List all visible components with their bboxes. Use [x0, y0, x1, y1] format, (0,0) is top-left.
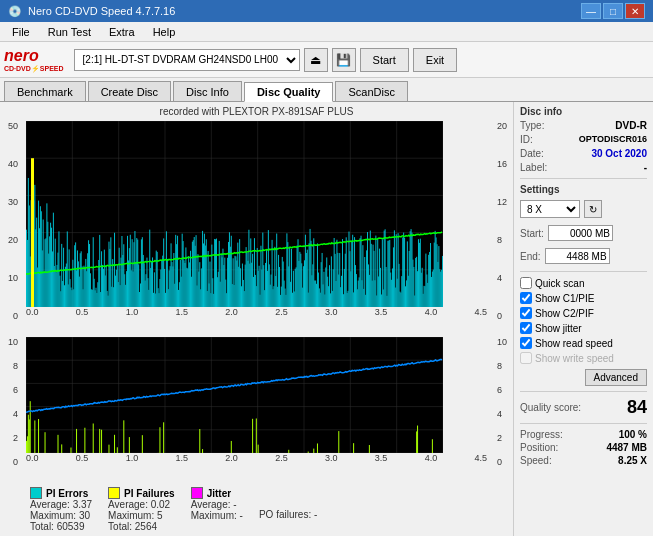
show-c2-pif-checkbox[interactable] — [520, 307, 532, 319]
disc-id-row: ID: OPTODISCR016 — [520, 134, 647, 145]
tab-benchmark[interactable]: Benchmark — [4, 81, 86, 101]
show-c1-pie-row: Show C1/PIE — [520, 292, 647, 304]
menu-extra[interactable]: Extra — [101, 25, 143, 39]
progress-value: 100 % — [619, 429, 647, 440]
legend-jitter: Jitter Average: - Maximum: - — [191, 487, 243, 521]
disc-label-row: Label: - — [520, 162, 647, 173]
show-c1-pie-checkbox[interactable] — [520, 292, 532, 304]
refresh-button[interactable]: ↻ — [584, 200, 602, 218]
pi-errors-average: Average: 3.37 — [30, 499, 92, 510]
show-jitter-row: Show jitter — [520, 322, 647, 334]
show-read-speed-row: Show read speed — [520, 337, 647, 349]
position-label: Position: — [520, 442, 558, 453]
pi-failures-color — [108, 487, 120, 499]
quality-score-value: 84 — [627, 397, 647, 418]
bottom-chart-x-labels: 0.0 0.5 1.0 1.5 2.0 2.5 3.0 3.5 4.0 4.5 — [26, 453, 487, 463]
tab-disc-quality[interactable]: Disc Quality — [244, 82, 334, 102]
quick-scan-label: Quick scan — [535, 278, 584, 289]
disc-label-value: - — [644, 162, 647, 173]
quality-score-row: Quality score: 84 — [520, 397, 647, 418]
toolbar: nero CD·DVD⚡SPEED [2:1] HL-DT-ST DVDRAM … — [0, 42, 653, 78]
start-button[interactable]: Start — [360, 48, 409, 72]
end-setting-row: End: — [520, 248, 647, 264]
pi-failures-label: PI Failures — [124, 488, 175, 499]
menu-file[interactable]: File — [4, 25, 38, 39]
start-label: Start: — [520, 228, 544, 239]
disc-type-label: Type: — [520, 120, 544, 131]
divider-1 — [520, 178, 647, 179]
progress-row: Progress: 100 % — [520, 429, 647, 440]
start-setting-row: Start: — [520, 225, 647, 241]
jitter-maximum: Maximum: - — [191, 510, 243, 521]
show-jitter-checkbox[interactable] — [520, 322, 532, 334]
drive-selector[interactable]: [2:1] HL-DT-ST DVDRAM GH24NSD0 LH00 — [74, 49, 300, 71]
exit-button[interactable]: Exit — [413, 48, 457, 72]
sidebar: Disc info Type: DVD-R ID: OPTODISCR016 D… — [513, 102, 653, 536]
show-write-speed-checkbox[interactable] — [520, 352, 532, 364]
disc-date-label: Date: — [520, 148, 544, 159]
tab-bar: Benchmark Create Disc Disc Info Disc Qua… — [0, 78, 653, 102]
legend-pi-failures: PI Failures Average: 0.02 Maximum: 5 Tot… — [108, 487, 175, 532]
nero-logo-text: nero — [4, 47, 39, 65]
main-content: recorded with PLEXTOR PX-891SAF PLUS 50 … — [0, 102, 653, 536]
show-write-speed-row: Show write speed — [520, 352, 647, 364]
speed-value: 8.25 X — [618, 455, 647, 466]
advanced-button[interactable]: Advanced — [585, 369, 647, 386]
tab-create-disc[interactable]: Create Disc — [88, 81, 171, 101]
show-read-speed-label: Show read speed — [535, 338, 613, 349]
pi-errors-total: Total: 60539 — [30, 521, 92, 532]
disc-type-row: Type: DVD-R — [520, 120, 647, 131]
eject-button[interactable]: ⏏ — [304, 48, 328, 72]
jitter-color — [191, 487, 203, 499]
close-button[interactable]: ✕ — [625, 3, 645, 19]
show-c2-pif-row: Show C2/PIF — [520, 307, 647, 319]
app-title: Nero CD-DVD Speed 4.7.7.16 — [28, 5, 175, 17]
pi-errors-color — [30, 487, 42, 499]
save-button[interactable]: 💾 — [332, 48, 356, 72]
legend-po-failures: PO failures: - — [259, 509, 317, 520]
show-c2-pif-label: Show C2/PIF — [535, 308, 594, 319]
disc-info-title: Disc info — [520, 106, 647, 117]
speed-setting-row: 8 X ↻ — [520, 200, 647, 218]
disc-type-value: DVD-R — [615, 120, 647, 131]
progress-section: Progress: 100 % Position: 4487 MB Speed:… — [520, 429, 647, 466]
speed-row: Speed: 8.25 X — [520, 455, 647, 466]
quality-score-label: Quality score: — [520, 402, 581, 413]
divider-4 — [520, 423, 647, 424]
divider-3 — [520, 391, 647, 392]
pi-failures-maximum: Maximum: 5 — [108, 510, 175, 521]
speed-label: Speed: — [520, 455, 552, 466]
legend-pi-errors: PI Errors Average: 3.37 Maximum: 30 Tota… — [30, 487, 92, 532]
progress-label: Progress: — [520, 429, 563, 440]
position-row: Position: 4487 MB — [520, 442, 647, 453]
top-chart-wrapper: 50 40 30 20 10 0 20 16 12 8 4 0 0.0 0.5 … — [26, 121, 487, 321]
show-read-speed-checkbox[interactable] — [520, 337, 532, 349]
speed-selector[interactable]: 8 X — [520, 200, 580, 218]
disc-id-label: ID: — [520, 134, 533, 145]
nero-sub-text: CD·DVD⚡SPEED — [4, 65, 64, 73]
bottom-chart-wrapper: 10 8 6 4 2 0 10 8 6 4 2 0 0.0 0.5 1.0 1.… — [26, 337, 487, 467]
disc-label-label: Label: — [520, 162, 547, 173]
start-input[interactable] — [548, 225, 613, 241]
menu-run-test[interactable]: Run Test — [40, 25, 99, 39]
minimize-button[interactable]: — — [581, 3, 601, 19]
pi-errors-maximum: Maximum: 30 — [30, 510, 92, 521]
end-input[interactable] — [545, 248, 610, 264]
chart-area: recorded with PLEXTOR PX-891SAF PLUS 50 … — [0, 102, 513, 536]
quick-scan-checkbox[interactable] — [520, 277, 532, 289]
disc-date-value: 30 Oct 2020 — [591, 148, 647, 159]
maximize-button[interactable]: □ — [603, 3, 623, 19]
jitter-average: Average: - — [191, 499, 243, 510]
quick-scan-row: Quick scan — [520, 277, 647, 289]
chart-title: recorded with PLEXTOR PX-891SAF PLUS — [4, 106, 509, 117]
jitter-label: Jitter — [207, 488, 231, 499]
position-value: 4487 MB — [606, 442, 647, 453]
top-chart-x-labels: 0.0 0.5 1.0 1.5 2.0 2.5 3.0 3.5 4.0 4.5 — [26, 307, 487, 317]
tab-scan-disc[interactable]: ScanDisc — [335, 81, 407, 101]
app-icon: 💿 — [8, 5, 22, 18]
pi-failures-total: Total: 2564 — [108, 521, 175, 532]
divider-2 — [520, 271, 647, 272]
menu-help[interactable]: Help — [145, 25, 184, 39]
menu-bar: File Run Test Extra Help — [0, 22, 653, 42]
tab-disc-info[interactable]: Disc Info — [173, 81, 242, 101]
